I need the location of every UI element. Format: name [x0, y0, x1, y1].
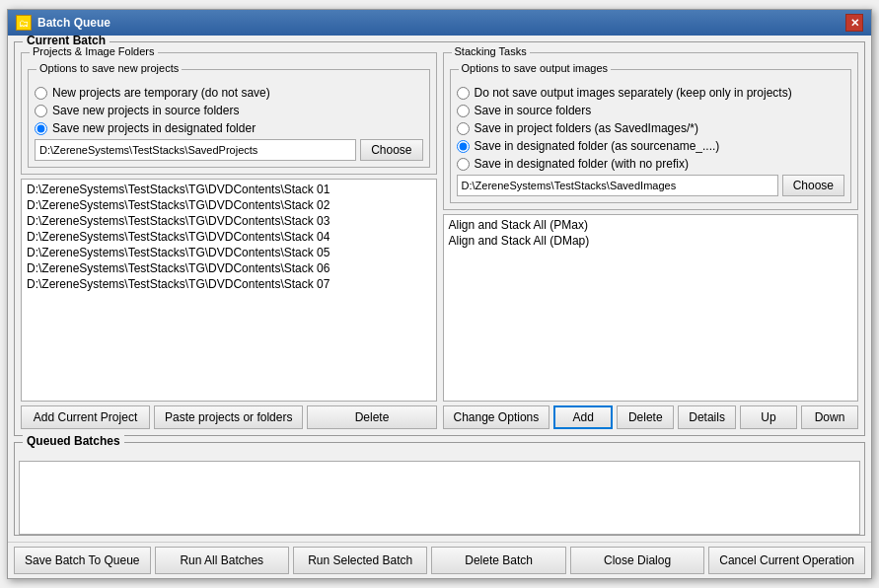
right-delete-button[interactable]: Delete	[617, 405, 674, 429]
radio-source-label: Save new projects in source folders	[52, 104, 239, 117]
radio-source-folders[interactable]: Save new projects in source folders	[35, 104, 423, 117]
radio-project-folders-label: Save in project folders (as SavedImages/…	[475, 121, 698, 135]
output-folder-row: Choose	[457, 175, 845, 196]
folders-list[interactable]: D:\ZereneSystems\TestStacks\TG\DVDConten…	[21, 179, 437, 402]
bottom-bar: Save Batch To Queue Run All Batches Run …	[8, 542, 871, 578]
radio-designated-label: Save new projects in designated folder	[52, 121, 256, 135]
radio-no-prefix[interactable]: Save in designated folder (with no prefi…	[457, 157, 845, 171]
save-options-radio-group: New projects are temporary (do not save)…	[35, 86, 423, 135]
tasks-list[interactable]: Align and Stack All (PMax)Align and Stac…	[443, 214, 859, 402]
window-title: Batch Queue	[37, 16, 110, 30]
save-options-section: Options to save new projects New project…	[28, 69, 430, 168]
close-dialog-button[interactable]: Close Dialog	[570, 547, 704, 574]
list-item[interactable]: D:\ZereneSystems\TestStacks\TG\DVDConten…	[24, 276, 434, 292]
projects-folders-section: Projects & Image Folders Options to save…	[21, 52, 437, 175]
save-options-label: Options to save new projects	[37, 62, 182, 74]
title-bar-left: 🗂 Batch Queue	[16, 15, 110, 31]
list-item[interactable]: D:\ZereneSystems\TestStacks\TG\DVDConten…	[24, 197, 434, 213]
left-action-row: Add Current Project Paste projects or fo…	[21, 405, 437, 429]
right-action-row: Change Options Add Delete Details Up Dow…	[443, 405, 859, 429]
up-button[interactable]: Up	[740, 405, 797, 429]
stacking-tasks-section: Stacking Tasks Options to save output im…	[443, 52, 859, 210]
queued-batches-section: Queued Batches	[14, 442, 865, 536]
paste-folders-button[interactable]: Paste projects or folders	[154, 405, 303, 429]
delete-batch-button[interactable]: Delete Batch	[431, 547, 565, 574]
projects-folders-label: Projects & Image Folders	[30, 45, 158, 57]
radio-no-save-input[interactable]	[457, 87, 470, 100]
radio-temporary-input[interactable]	[35, 87, 47, 100]
radio-designated-out-input[interactable]	[457, 140, 470, 153]
add-current-project-button[interactable]: Add Current Project	[21, 405, 150, 429]
right-panel: Stacking Tasks Options to save output im…	[443, 52, 859, 429]
output-options-radio-group: Do not save output images separately (ke…	[457, 86, 845, 171]
output-options-label: Options to save output images	[459, 62, 612, 74]
left-panel: Projects & Image Folders Options to save…	[21, 52, 437, 429]
current-batch-section: Current Batch Projects & Image Folders O…	[14, 41, 865, 436]
radio-designated-folder[interactable]: Save new projects in designated folder	[35, 121, 423, 135]
window-content: Current Batch Projects & Image Folders O…	[8, 36, 871, 542]
close-button[interactable]: ✕	[845, 14, 863, 32]
radio-designated-out-label: Save in designated folder (as sourcename…	[475, 139, 720, 153]
add-task-button[interactable]: Add	[553, 405, 613, 429]
stacking-tasks-label: Stacking Tasks	[452, 45, 530, 57]
queued-batches-label: Queued Batches	[23, 434, 124, 448]
left-delete-button[interactable]: Delete	[307, 405, 436, 429]
radio-source-out-input[interactable]	[457, 105, 470, 117]
title-bar: 🗂 Batch Queue ✕	[8, 10, 871, 36]
radio-no-prefix-input[interactable]	[457, 158, 470, 171]
radio-temporary[interactable]: New projects are temporary (do not save)	[35, 86, 423, 100]
task-item[interactable]: Align and Stack All (DMap)	[446, 233, 856, 249]
project-folder-choose-button[interactable]: Choose	[360, 139, 422, 161]
down-button[interactable]: Down	[801, 405, 858, 429]
project-folder-input[interactable]	[35, 139, 356, 161]
radio-no-save[interactable]: Do not save output images separately (ke…	[457, 86, 845, 100]
list-item[interactable]: D:\ZereneSystems\TestStacks\TG\DVDConten…	[24, 213, 434, 229]
list-item[interactable]: D:\ZereneSystems\TestStacks\TG\DVDConten…	[24, 182, 434, 197]
change-options-button[interactable]: Change Options	[443, 405, 550, 429]
radio-no-save-label: Do not save output images separately (ke…	[475, 86, 792, 100]
details-button[interactable]: Details	[678, 405, 736, 429]
cancel-operation-button[interactable]: Cancel Current Operation	[708, 547, 865, 574]
queued-batches-list[interactable]	[19, 461, 860, 535]
output-folder-input[interactable]	[457, 175, 778, 196]
current-batch-inner: Projects & Image Folders Options to save…	[21, 52, 858, 429]
radio-source-folders-out[interactable]: Save in source folders	[457, 104, 845, 117]
batch-queue-window: 🗂 Batch Queue ✕ Current Batch Projects &…	[7, 9, 872, 579]
radio-temporary-label: New projects are temporary (do not save)	[52, 86, 270, 100]
list-item[interactable]: D:\ZereneSystems\TestStacks\TG\DVDConten…	[24, 229, 434, 245]
radio-designated-input[interactable]	[35, 122, 47, 135]
radio-no-prefix-label: Save in designated folder (with no prefi…	[475, 157, 689, 171]
project-folder-row: Choose	[35, 139, 423, 161]
output-options-section: Options to save output images Do not sav…	[450, 69, 852, 203]
list-item[interactable]: D:\ZereneSystems\TestStacks\TG\DVDConten…	[24, 260, 434, 276]
window-icon: 🗂	[16, 15, 32, 31]
output-folder-choose-button[interactable]: Choose	[782, 175, 844, 196]
run-all-batches-button[interactable]: Run All Batches	[155, 547, 289, 574]
list-item[interactable]: D:\ZereneSystems\TestStacks\TG\DVDConten…	[24, 245, 434, 260]
run-selected-batch-button[interactable]: Run Selected Batch	[293, 547, 427, 574]
save-batch-button[interactable]: Save Batch To Queue	[14, 547, 151, 574]
radio-project-folders[interactable]: Save in project folders (as SavedImages/…	[457, 121, 845, 135]
radio-source-out-label: Save in source folders	[475, 104, 592, 117]
radio-source-input[interactable]	[35, 105, 47, 117]
radio-designated-out[interactable]: Save in designated folder (as sourcename…	[457, 139, 845, 153]
radio-project-folders-input[interactable]	[457, 122, 470, 135]
task-item[interactable]: Align and Stack All (PMax)	[446, 217, 856, 233]
